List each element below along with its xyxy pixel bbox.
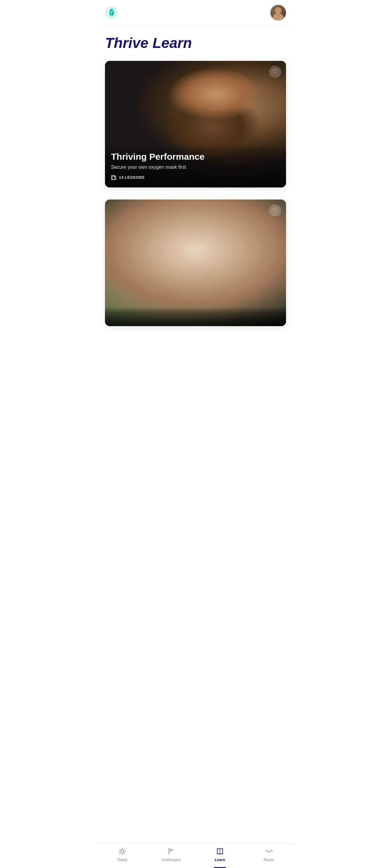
page-title: Thrive Learn <box>105 35 286 51</box>
main-content: Thrive Learn ♡ Thriving Performance Secu… <box>98 26 293 368</box>
lessons-count-1: 14 LESSONS <box>119 175 144 180</box>
course-card-1[interactable]: ♡ Thriving Performance Secure your own o… <box>105 61 286 187</box>
app-logo[interactable] <box>105 6 118 19</box>
app-header <box>98 0 293 26</box>
lessons-icon-1 <box>111 175 116 180</box>
course-subtitle-1: Secure your own oxygen mask first <box>111 164 280 170</box>
user-avatar[interactable] <box>270 5 286 21</box>
course-card-2[interactable]: ♡ <box>105 199 286 326</box>
heart-icon-2: ♡ <box>272 207 278 214</box>
heart-icon-1: ♡ <box>272 68 278 75</box>
favorite-button-1[interactable]: ♡ <box>269 66 281 78</box>
course-overlay-2 <box>105 307 286 326</box>
course-overlay-1: Thriving Performance Secure your own oxy… <box>105 144 286 187</box>
thrive-logo-icon <box>105 6 118 19</box>
favorite-button-2[interactable]: ♡ <box>269 204 281 216</box>
course-title-1: Thriving Performance <box>111 151 280 162</box>
svg-rect-1 <box>111 176 115 180</box>
svg-rect-2 <box>112 176 116 180</box>
course-meta-1: 14 LESSONS <box>111 175 280 180</box>
